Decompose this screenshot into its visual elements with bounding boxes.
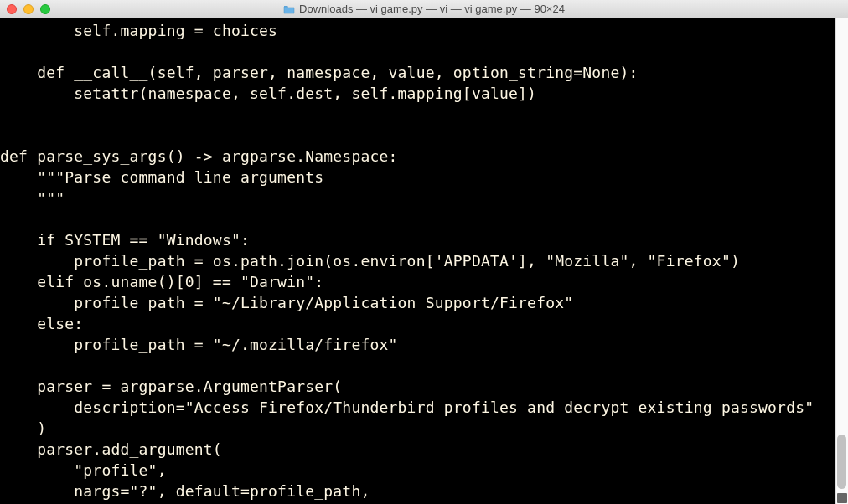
code-line	[0, 125, 848, 146]
code-line: def parse_sys_args() -> argparse.Namespa…	[0, 146, 848, 167]
code-line: """	[0, 188, 848, 208]
code-line	[0, 355, 848, 376]
code-line: profile_path = "~/Library/Application Su…	[0, 292, 848, 313]
code-line: setattr(namespace, self.dest, self.mappi…	[0, 83, 848, 104]
folder-icon	[283, 4, 295, 13]
code-line: """Parse command line arguments	[0, 167, 848, 188]
terminal-viewport[interactable]: self.mapping = choices def __call__(self…	[0, 18, 848, 504]
window-titlebar: Downloads — vi game.py — vi — vi game.py…	[0, 0, 848, 18]
maximize-window-button[interactable]	[40, 4, 50, 14]
code-line	[0, 41, 848, 62]
code-line: def __call__(self, parser, namespace, va…	[0, 62, 848, 83]
code-line: parser = argparse.ArgumentParser(	[0, 376, 848, 397]
code-line: description="Access Firefox/Thunderbird …	[0, 397, 848, 418]
code-line	[0, 104, 848, 125]
minimize-window-button[interactable]	[23, 4, 34, 14]
code-line: else:	[0, 313, 848, 334]
code-line: elif os.uname()[0] == "Darwin":	[0, 271, 848, 292]
code-line: profile_path = os.path.join(os.environ['…	[0, 250, 848, 271]
code-line: parser.add_argument(	[0, 439, 848, 460]
code-line: )	[0, 418, 848, 439]
code-line: if SYSTEM == "Windows":	[0, 229, 848, 250]
code-line: "profile",	[0, 460, 848, 481]
code-line: self.mapping = choices	[0, 20, 848, 41]
vertical-scrollbar-track[interactable]	[835, 18, 848, 491]
code-line	[0, 208, 848, 229]
code-line: profile_path = "~/.mozilla/firefox"	[0, 334, 848, 355]
scroll-indicator	[837, 493, 847, 503]
window-title: Downloads — vi game.py — vi — vi game.py…	[0, 3, 848, 15]
code-content: self.mapping = choices def __call__(self…	[0, 18, 848, 501]
window-title-text: Downloads — vi game.py — vi — vi game.py…	[299, 3, 565, 15]
traffic-lights	[0, 4, 50, 14]
vertical-scrollbar-thumb[interactable]	[837, 435, 846, 489]
close-window-button[interactable]	[7, 4, 17, 14]
scrollbar-corner	[835, 491, 848, 504]
code-line: nargs="?", default=profile_path,	[0, 481, 848, 501]
